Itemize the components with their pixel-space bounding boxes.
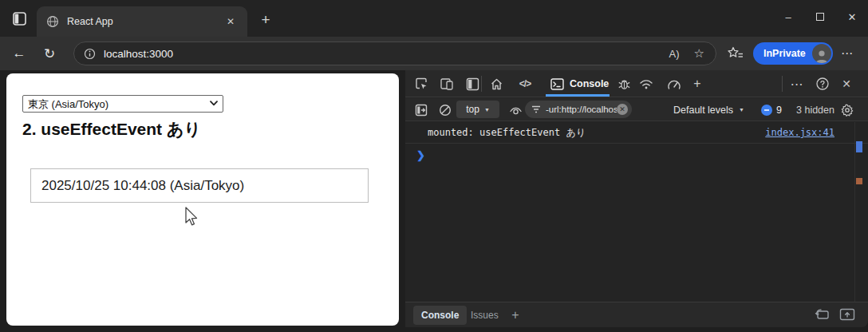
devtools-help-button[interactable] — [812, 73, 833, 94]
favorite-star-icon[interactable]: ☆ — [694, 46, 704, 61]
browser-settings-menu-button[interactable]: ⋯ — [836, 42, 858, 65]
page-heading: 2. useEffectEvent あり — [22, 118, 201, 140]
window-close-button[interactable]: ✕ — [836, 0, 868, 34]
console-log-row[interactable]: mounted: useEffectEvent あり index.jsx:41 — [405, 122, 868, 144]
console-output-area[interactable]: mounted: useEffectEvent あり index.jsx:41 … — [405, 122, 868, 302]
clear-console-button[interactable] — [436, 101, 455, 120]
star-with-lines-icon — [728, 46, 744, 61]
filter-icon — [531, 105, 541, 113]
chevron-down-icon: ▼ — [739, 107, 744, 113]
datetime-display-box: 2025/10/25 10:44:08 (Asia/Tokyo) — [30, 168, 369, 203]
console-filter-bar: top ▼ -url:http://localhos ✕ Defaul — [405, 98, 868, 121]
tab-console-label: Console — [570, 78, 609, 89]
device-emulation-icon — [440, 77, 454, 91]
profile-avatar[interactable] — [812, 44, 831, 63]
scrollbar-mark-orange — [856, 178, 862, 184]
elements-panel-button[interactable]: </> — [515, 73, 535, 94]
dock-side-icon — [466, 77, 479, 91]
globe-favicon-icon — [46, 15, 59, 28]
issues-count: 9 — [776, 105, 782, 116]
eye-icon — [509, 105, 523, 116]
drawer-issues-label: Issues — [471, 310, 499, 321]
inprivate-label: InPrivate — [763, 48, 806, 59]
console-sidebar-toggle-button[interactable] — [412, 101, 431, 120]
refresh-button[interactable]: ↻ — [38, 42, 61, 65]
inspect-element-button[interactable] — [411, 73, 432, 94]
bug-icon — [617, 77, 631, 91]
drawer-more-tabs-button[interactable]: + — [506, 302, 525, 327]
inprivate-badge[interactable]: InPrivate — [753, 42, 833, 65]
timezone-select[interactable]: 東京 (Asia/Tokyo) — [22, 95, 223, 113]
log-levels-dropdown[interactable]: Default levels ▼ — [673, 98, 744, 121]
javascript-context-selector[interactable]: top ▼ — [456, 101, 499, 118]
context-selector-value: top — [466, 104, 479, 115]
drawer-console-label: Console — [421, 310, 459, 321]
filter-input-value[interactable]: -url:http://localhos — [546, 105, 617, 114]
log-levels-label: Default levels — [673, 105, 733, 116]
hidden-messages-count[interactable]: 3 hidden — [796, 98, 834, 121]
devtools-more-menu-button[interactable]: ⋯ — [787, 73, 807, 94]
address-toolbar: ← ↻ localhost:3000 A) ☆ InPrivate — [0, 37, 868, 70]
home-icon — [490, 77, 503, 91]
live-expression-button[interactable] — [506, 101, 525, 120]
mouse-cursor — [183, 206, 199, 228]
maximize-icon — [816, 13, 824, 21]
toolbar-separator — [481, 76, 482, 92]
browser-tab-react-app[interactable]: React App ✕ — [37, 6, 247, 37]
issues-counter[interactable]: 9 — [761, 98, 782, 121]
console-scrollbar[interactable] — [854, 122, 864, 302]
person-icon — [814, 49, 830, 63]
active-tab-underline — [546, 94, 610, 97]
devtools-panel: </> Console — [405, 70, 868, 327]
console-sidebar-icon — [415, 104, 428, 117]
timezone-select-wrap: 東京 (Asia/Tokyo) — [22, 95, 223, 113]
drawer-right-buttons — [814, 307, 855, 322]
issues-icon — [761, 105, 772, 116]
tab-title: React App — [67, 16, 223, 27]
console-source-link[interactable]: index.jsx:41 — [765, 127, 834, 138]
more-tools-button[interactable]: + — [687, 73, 708, 94]
gear-icon — [841, 104, 854, 117]
window-minimize-button[interactable]: – — [772, 0, 804, 34]
clear-filter-icon[interactable]: ✕ — [617, 104, 628, 115]
tab-strip: React App ✕ + – ✕ — [0, 0, 868, 37]
read-aloud-icon[interactable]: A) — [669, 48, 680, 60]
performance-button[interactable] — [664, 73, 685, 94]
tab-console[interactable]: Console — [547, 70, 612, 97]
debugger-button[interactable] — [614, 73, 634, 94]
toolbar-separator-right — [782, 76, 783, 92]
browser-window: React App ✕ + – ✕ ← ↻ localhost:3000 A) … — [0, 0, 868, 332]
tab-actions-icon — [13, 12, 26, 26]
devtools-close-button[interactable]: ✕ — [836, 73, 857, 94]
console-log-message: mounted: useEffectEvent あり — [428, 126, 586, 140]
url-text[interactable]: localhost:3000 — [104, 48, 655, 60]
device-emulation-button[interactable] — [436, 73, 457, 94]
favorites-bar-icon[interactable] — [726, 45, 745, 61]
recorder-icon[interactable] — [814, 307, 830, 322]
site-info-icon — [84, 48, 96, 60]
expand-panel-icon[interactable] — [839, 307, 855, 322]
wifi-icon — [639, 78, 653, 90]
code-icon: </> — [519, 78, 531, 89]
tab-actions-menu-button[interactable] — [8, 7, 30, 30]
tab-close-icon[interactable]: ✕ — [223, 14, 238, 29]
window-maximize-button[interactable] — [804, 0, 836, 34]
help-icon — [815, 77, 830, 91]
page-viewport: 東京 (Asia/Tokyo) 2. useEffectEvent あり 202… — [6, 73, 399, 326]
drawer-tab-issues[interactable]: Issues — [471, 302, 499, 327]
dock-side-button[interactable] — [462, 73, 483, 94]
clear-console-icon — [439, 104, 452, 117]
home-panel-button[interactable] — [486, 73, 507, 94]
window-controls: – ✕ — [772, 0, 868, 34]
new-tab-button[interactable]: + — [255, 10, 276, 30]
drawer-tab-console[interactable]: Console — [413, 306, 467, 325]
back-button[interactable]: ← — [8, 42, 30, 65]
datetime-text: 2025/10/25 10:44:08 (Asia/Tokyo) — [41, 178, 244, 194]
console-filter-input[interactable]: -url:http://localhos ✕ — [525, 101, 632, 118]
console-prompt-icon[interactable]: ❯ — [416, 149, 425, 161]
address-bar[interactable]: localhost:3000 A) ☆ — [73, 42, 716, 65]
scrollbar-mark-blue — [856, 141, 862, 152]
devtools-toolbar: </> Console — [405, 70, 868, 97]
network-conditions-button[interactable] — [636, 73, 657, 94]
console-settings-button[interactable] — [838, 101, 857, 120]
